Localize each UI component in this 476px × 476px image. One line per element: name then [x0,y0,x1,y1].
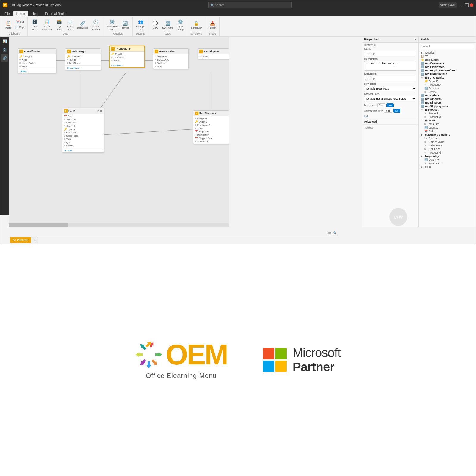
table-icon: T [67,50,71,53]
fields-amount[interactable]: $ Amount [420,112,475,115]
fields-nro-order-details[interactable]: 🔢 nro Order Details [420,72,475,76]
excel-btn[interactable]: 📊 Excelworkbook [41,18,53,31]
qa-btn[interactable]: 💬 Q&A [151,19,160,30]
key-col-select[interactable]: Default: not all unique keys below [364,96,416,101]
add-tab-btn[interactable]: + [32,237,38,243]
expand-link[interactable]: Tabline [19,70,27,73]
qa-setup-btn[interactable]: ⚙️ Q&Asetup [176,18,185,31]
hidden-yes-btn[interactable]: Yes [377,103,385,107]
collapse-btn[interactable]: » [415,38,416,41]
recent-sources-btn[interactable]: 🕐 Recentsources [90,18,101,31]
fields-nro-employees[interactable]: 🔢 nro Employees [420,65,475,69]
table-fac-shippers[interactable]: T Fac Shippers ≡ FreightID 🔑 OrderID ≡ E… [193,110,229,144]
fields-tbl[interactable]: 📋 TBL [420,54,475,58]
expand-link[interactable]: OrderItems → [67,67,82,69]
tab-file[interactable]: File [1,11,13,16]
fields-discount[interactable]: % Discount [420,137,475,140]
fields-nro-orders[interactable]: 🔢 nro Orders [420,94,475,97]
fields-best-match[interactable]: ⭐ Best Match [420,58,475,62]
title-bar-left: P HotDog Report - Power BI Desktop [3,3,61,7]
table-sales[interactable]: T Sales ◻ ◼ 📅 Date % Discount ≡ Ship Dat… [62,108,104,153]
fields-amounts-d[interactable]: $ amounts d [420,162,475,165]
fields-nro-employees-inform[interactable]: 🔢 nro Employees e/Inform [420,69,475,72]
oem-logo-top: OEM [135,340,227,369]
fields-to-quantity[interactable]: ▶ to quantity [420,154,475,158]
synonyms-btn[interactable]: 🔤 Synonyms [161,19,175,30]
fields-product-id2[interactable]: ≡ Product Id [420,151,475,154]
fields-nro-shippers[interactable]: 🔢 nro Shippers [420,101,475,104]
paste-btn[interactable]: 📋 Paste [3,19,13,30]
fields-queries[interactable]: ▶ Queries [420,51,475,54]
copy-btn[interactable]: 📄 Copy [14,25,26,30]
fields-quantity[interactable]: 🔢 Quantity [420,87,475,90]
user-label[interactable]: admin prayer [439,2,457,8]
fields-productid[interactable]: ≡ ProductID [420,83,475,87]
oem-arrows [135,341,162,368]
fields-amounts[interactable]: $ amounts [420,122,475,126]
description-input[interactable]: Er sunt ullamcorrupt [364,61,416,71]
enter-data-btn[interactable]: ⌨️ Enterdata [65,18,75,31]
table-actualstore[interactable]: T Actual/Store 🔑 ActType ≡ ActID ≡ Name … [18,48,56,73]
fields-search-input[interactable] [421,44,474,49]
fields-nro-shipping-time[interactable]: 🔢 nro Shipping time [420,104,475,108]
fields-unit-price[interactable]: $ Unit Price [420,147,475,151]
fields-sales-price[interactable]: $ Sales Price [420,144,475,147]
fields-carrier[interactable]: ≡ Carrier Value [420,140,475,144]
canvas-scrollbar[interactable] [9,223,229,227]
table-subcategories[interactable]: T SubCatego 🔑 SubCatID ≡ Cat ID ≡ NestNa… [65,48,101,70]
fields-quantity2[interactable]: 🔢 quantity [420,126,475,129]
table-products[interactable]: T Products ⚙ 🔑 ProdID ≡ ProdName ≡ Field… [109,46,145,68]
expand-link[interactable]: hide more [111,64,122,67]
fields-ordine[interactable]: ≡ Ordine [420,90,475,94]
annotation-no-btn[interactable]: No [393,109,400,113]
name-input[interactable] [364,51,416,56]
fields-date[interactable]: 📅 Date [420,129,475,133]
manage-roles-btn[interactable]: 👥 Manageroles [135,18,146,31]
fields-orderid[interactable]: 🔑 OrderID [420,79,475,83]
fields-sales[interactable]: ▼ ⊞ Sales [420,119,475,122]
scrollbar-thumb[interactable] [9,223,68,227]
delete-btn[interactable]: Delete [364,126,374,129]
hidden-toggle: Yes No [377,103,394,107]
minimize-btn[interactable] [460,5,464,5]
annotation-yes-btn[interactable]: Yes [384,109,392,113]
close-btn[interactable] [470,3,473,7]
model-view-btn[interactable]: 🔗 [1,54,8,62]
table-icon: T [195,112,198,115]
synonyms-input[interactable] [364,76,416,81]
report-view-btn[interactable]: 📊 [1,38,8,45]
properties-link[interactable]: Link [364,115,369,118]
expand-link[interactable]: or more [64,149,72,152]
row-label-select[interactable]: Default: most freq... [364,86,416,91]
excel-icon: 📊 [44,18,50,25]
diagram-canvas[interactable]: T Actual/Store 🔑 ActType ≡ ActID ≡ Name … [9,37,229,227]
refresh-btn[interactable]: 🔄 Refresh [120,19,131,30]
fields-nro-amounts[interactable]: 🔢 nro Amounts [420,97,475,101]
page-tab-all-patterns[interactable]: All Patterns [10,237,31,243]
hidden-no-btn[interactable]: No [386,103,394,107]
table-fac-shipments[interactable]: T Fac Shipme... ≡ FacID [198,48,229,59]
data-group-label: Data [30,32,101,35]
sensitivity-label: Sensitivity [191,26,202,29]
fields-product[interactable]: ▼ ⊞ Product [420,108,475,112]
maximize-btn[interactable] [465,3,469,7]
tab-external-tools[interactable]: External Tools [42,11,68,16]
get-data-btn[interactable]: 🗄️ Getdata [30,18,40,31]
fields-nro-customers[interactable]: 🔢 nro Customers [420,62,475,65]
fields-root[interactable]: ▶ Root [420,165,475,169]
publish-btn[interactable]: 📤 Publish [207,19,217,30]
table-gross-sales[interactable]: T Gross Sales ≡ RegionID ≡ Sallout/Affe … [153,48,189,69]
tab-help[interactable]: Help [29,11,41,16]
fields-product-id[interactable]: ≡ Product Id [420,115,475,119]
sql-btn[interactable]: 🗃️ SQLServer [54,18,64,31]
fields-calc-cols[interactable]: ▶ calculated columns [420,133,475,137]
sensitivity-btn[interactable]: 🔒 Sensitivity [190,19,203,30]
cut-btn[interactable]: ✂️ Cut [14,20,26,24]
data-view-btn[interactable]: 🗄️ [1,46,8,53]
search-box[interactable]: 🔍 Search [208,2,292,8]
fields-for-quantity[interactable]: ▼ ⊞ For Quantity [420,76,475,79]
tab-home[interactable]: Home [13,11,28,16]
fields-quantity3[interactable]: 🔢 Quantity [420,158,475,162]
transform-btn[interactable]: ⚙️ Transformdata [105,18,118,31]
dataverse-btn[interactable]: 🔗 Dataverse [76,19,89,30]
